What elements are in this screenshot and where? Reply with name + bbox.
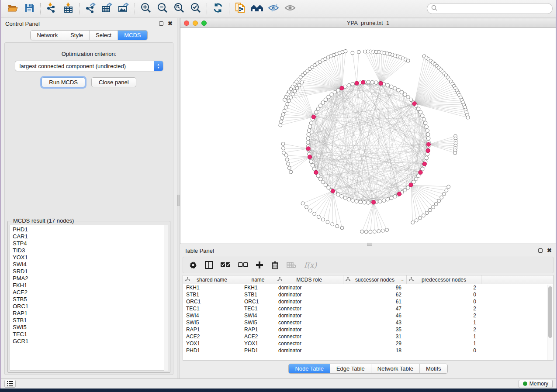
network-node[interactable] <box>351 199 354 202</box>
zoom-fit-button[interactable] <box>171 2 187 16</box>
close-panel-icon[interactable]: ✖ <box>168 21 173 26</box>
hide-selected-button[interactable] <box>265 2 282 16</box>
tab-select[interactable]: Select <box>90 31 118 40</box>
tab-mcds[interactable]: MCDS <box>118 31 147 40</box>
tab-motifs[interactable]: Motifs <box>420 364 447 373</box>
deselect-all-checkboxes-button[interactable] <box>238 262 248 268</box>
table-row[interactable]: STB1STB1dominator620 <box>183 291 553 298</box>
network-node[interactable] <box>403 93 407 96</box>
sort-chevron-icon[interactable]: ⌄ <box>401 278 404 282</box>
mcds-result-item[interactable]: SWI5 <box>13 324 168 331</box>
network-node[interactable] <box>417 107 420 110</box>
network-node[interactable] <box>359 200 362 204</box>
network-node[interactable] <box>426 129 429 132</box>
network-node[interactable] <box>286 102 289 106</box>
network-node[interactable] <box>336 224 339 228</box>
mcds-hub-node[interactable] <box>422 162 426 166</box>
table-settings-button[interactable] <box>189 261 197 269</box>
mcds-result-item[interactable]: CAR1 <box>13 233 168 240</box>
task-history-button[interactable] <box>4 380 16 388</box>
select-all-checkboxes-button[interactable] <box>221 262 230 268</box>
network-node[interactable] <box>367 80 370 84</box>
network-node[interactable] <box>406 95 410 99</box>
mcds-hub-node[interactable] <box>397 192 401 196</box>
network-node[interactable] <box>367 201 370 204</box>
export-image-button[interactable] <box>115 2 132 16</box>
network-node[interactable] <box>289 170 293 174</box>
column-header-MCDS-role[interactable]: MCDS role <box>275 275 343 284</box>
mcds-result-item[interactable]: PMA2 <box>13 275 168 282</box>
network-node[interactable] <box>321 101 325 104</box>
horizontal-splitter-grip[interactable] <box>367 243 372 246</box>
table-row[interactable]: SWI5SWI5connector431 <box>183 319 553 326</box>
network-node[interactable] <box>374 81 378 84</box>
network-node[interactable] <box>428 208 432 212</box>
network-node[interactable] <box>308 125 312 128</box>
network-node[interactable] <box>336 193 340 196</box>
network-node[interactable] <box>409 98 412 101</box>
network-node[interactable] <box>301 202 304 205</box>
duplicate-network-button[interactable] <box>232 2 249 16</box>
mcds-hub-node[interactable] <box>379 81 383 85</box>
mcds-result-item[interactable]: SRD1 <box>13 268 168 275</box>
network-node[interactable] <box>306 141 310 144</box>
add-column-button[interactable] <box>256 261 263 269</box>
network-node[interactable] <box>307 133 310 136</box>
save-session-button[interactable] <box>21 2 38 16</box>
network-node[interactable] <box>321 218 325 221</box>
network-node[interactable] <box>411 221 415 224</box>
network-node[interactable] <box>281 142 285 145</box>
network-node[interactable] <box>431 205 435 209</box>
network-node[interactable] <box>422 214 425 217</box>
network-node[interactable] <box>418 216 422 220</box>
network-node[interactable] <box>421 167 424 171</box>
network-node[interactable] <box>309 160 313 163</box>
network-node[interactable] <box>415 219 418 222</box>
network-node[interactable] <box>397 88 400 92</box>
network-node[interactable] <box>331 223 334 226</box>
mcds-result-item[interactable]: FKH1 <box>13 282 168 289</box>
network-node[interactable] <box>311 164 314 167</box>
network-node[interactable] <box>406 59 410 62</box>
network-node[interactable] <box>340 195 343 198</box>
network-node[interactable] <box>314 110 318 114</box>
network-node[interactable] <box>327 186 330 189</box>
float-panel-icon[interactable] <box>159 21 163 26</box>
network-node[interactable] <box>343 196 347 199</box>
table-vertical-scrollbar[interactable] <box>547 285 553 360</box>
table-row[interactable]: PHD1PHD1dominator180 <box>183 347 553 354</box>
network-node[interactable] <box>355 199 358 203</box>
column-header-successor-nodes[interactable]: successor nodes⌄ <box>343 275 407 284</box>
tab-style[interactable]: Style <box>64 31 90 40</box>
mcds-hub-node[interactable] <box>308 155 311 159</box>
network-node[interactable] <box>447 185 450 189</box>
refresh-view-button[interactable] <box>210 2 226 16</box>
mcds-hub-node[interactable] <box>340 86 344 90</box>
network-node[interactable] <box>390 196 393 199</box>
network-node[interactable] <box>425 156 428 160</box>
network-node[interactable] <box>317 215 320 219</box>
delete-column-button[interactable] <box>271 261 279 269</box>
network-node[interactable] <box>393 86 397 90</box>
table-row[interactable]: YOX1YOX1connector291 <box>183 340 553 347</box>
mcds-result-item[interactable]: TID3 <box>13 247 168 254</box>
tab-node-table[interactable]: Node Table <box>289 364 330 373</box>
mcds-result-item[interactable]: YOX1 <box>13 254 168 261</box>
import-network-button[interactable] <box>43 2 60 16</box>
network-node[interactable] <box>313 212 316 216</box>
network-node[interactable] <box>330 93 333 96</box>
table-row[interactable]: FKH1FKH1dominator962 <box>183 284 553 291</box>
tab-edge-table[interactable]: Edge Table <box>330 364 371 373</box>
network-node[interactable] <box>427 137 430 140</box>
network-node[interactable] <box>344 49 347 53</box>
column-header-predecessor-nodes[interactable]: predecessor nodes <box>407 275 481 284</box>
mcds-hub-node[interactable] <box>409 183 413 187</box>
network-node[interactable] <box>434 202 438 206</box>
network-node[interactable] <box>378 199 382 203</box>
network-node[interactable] <box>281 113 285 116</box>
mcds-hub-node[interactable] <box>419 170 422 174</box>
vertical-splitter[interactable] <box>177 18 180 378</box>
network-node[interactable] <box>280 116 284 120</box>
network-node[interactable] <box>425 211 429 215</box>
tab-network-table[interactable]: Network Table <box>371 364 420 373</box>
